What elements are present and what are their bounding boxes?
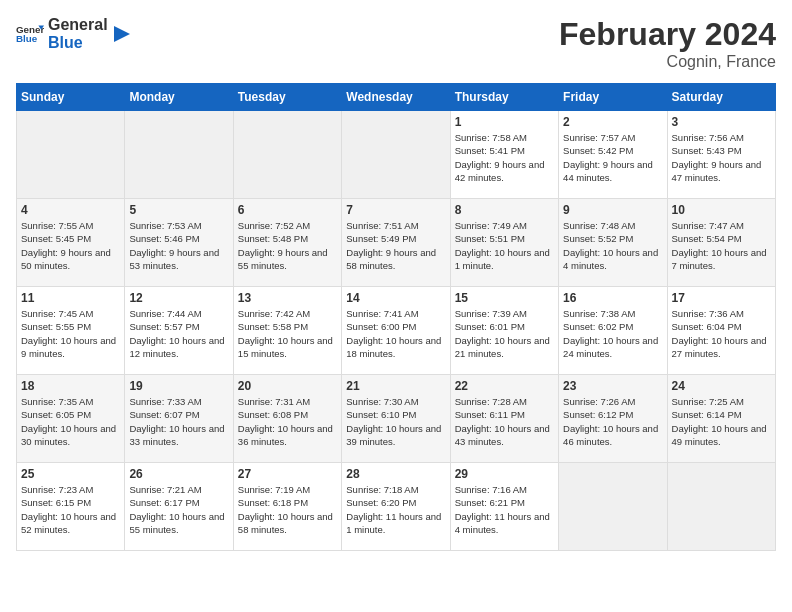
table-row: 14Sunrise: 7:41 AMSunset: 6:00 PMDayligh… bbox=[342, 287, 450, 375]
calendar-table: Sunday Monday Tuesday Wednesday Thursday… bbox=[16, 83, 776, 551]
table-row: 17Sunrise: 7:36 AMSunset: 6:04 PMDayligh… bbox=[667, 287, 775, 375]
day-info: Sunrise: 7:16 AMSunset: 6:21 PMDaylight:… bbox=[455, 483, 554, 536]
day-info: Sunrise: 7:41 AMSunset: 6:00 PMDaylight:… bbox=[346, 307, 445, 360]
day-info: Sunrise: 7:28 AMSunset: 6:11 PMDaylight:… bbox=[455, 395, 554, 448]
table-row: 10Sunrise: 7:47 AMSunset: 5:54 PMDayligh… bbox=[667, 199, 775, 287]
day-number: 18 bbox=[21, 379, 120, 393]
day-info: Sunrise: 7:56 AMSunset: 5:43 PMDaylight:… bbox=[672, 131, 771, 184]
table-row: 8Sunrise: 7:49 AMSunset: 5:51 PMDaylight… bbox=[450, 199, 558, 287]
table-row: 23Sunrise: 7:26 AMSunset: 6:12 PMDayligh… bbox=[559, 375, 667, 463]
day-number: 29 bbox=[455, 467, 554, 481]
table-row: 2Sunrise: 7:57 AMSunset: 5:42 PMDaylight… bbox=[559, 111, 667, 199]
col-monday: Monday bbox=[125, 84, 233, 111]
day-info: Sunrise: 7:57 AMSunset: 5:42 PMDaylight:… bbox=[563, 131, 662, 184]
day-number: 1 bbox=[455, 115, 554, 129]
day-number: 6 bbox=[238, 203, 337, 217]
day-number: 11 bbox=[21, 291, 120, 305]
day-info: Sunrise: 7:51 AMSunset: 5:49 PMDaylight:… bbox=[346, 219, 445, 272]
table-row: 4Sunrise: 7:55 AMSunset: 5:45 PMDaylight… bbox=[17, 199, 125, 287]
day-number: 26 bbox=[129, 467, 228, 481]
table-row: 24Sunrise: 7:25 AMSunset: 6:14 PMDayligh… bbox=[667, 375, 775, 463]
day-info: Sunrise: 7:47 AMSunset: 5:54 PMDaylight:… bbox=[672, 219, 771, 272]
calendar-week-row: 1Sunrise: 7:58 AMSunset: 5:41 PMDaylight… bbox=[17, 111, 776, 199]
table-row: 20Sunrise: 7:31 AMSunset: 6:08 PMDayligh… bbox=[233, 375, 341, 463]
day-number: 4 bbox=[21, 203, 120, 217]
day-info: Sunrise: 7:26 AMSunset: 6:12 PMDaylight:… bbox=[563, 395, 662, 448]
day-number: 15 bbox=[455, 291, 554, 305]
day-info: Sunrise: 7:35 AMSunset: 6:05 PMDaylight:… bbox=[21, 395, 120, 448]
day-number: 12 bbox=[129, 291, 228, 305]
page-header: General Blue General Blue February 2024 … bbox=[16, 16, 776, 71]
calendar-week-row: 18Sunrise: 7:35 AMSunset: 6:05 PMDayligh… bbox=[17, 375, 776, 463]
day-info: Sunrise: 7:31 AMSunset: 6:08 PMDaylight:… bbox=[238, 395, 337, 448]
table-row bbox=[559, 463, 667, 551]
table-row: 19Sunrise: 7:33 AMSunset: 6:07 PMDayligh… bbox=[125, 375, 233, 463]
table-row: 12Sunrise: 7:44 AMSunset: 5:57 PMDayligh… bbox=[125, 287, 233, 375]
calendar-title: February 2024 bbox=[559, 16, 776, 53]
day-number: 23 bbox=[563, 379, 662, 393]
table-row: 15Sunrise: 7:39 AMSunset: 6:01 PMDayligh… bbox=[450, 287, 558, 375]
day-number: 2 bbox=[563, 115, 662, 129]
table-row: 27Sunrise: 7:19 AMSunset: 6:18 PMDayligh… bbox=[233, 463, 341, 551]
table-row bbox=[342, 111, 450, 199]
day-number: 21 bbox=[346, 379, 445, 393]
logo-general: General bbox=[48, 16, 108, 34]
day-number: 9 bbox=[563, 203, 662, 217]
day-info: Sunrise: 7:42 AMSunset: 5:58 PMDaylight:… bbox=[238, 307, 337, 360]
col-sunday: Sunday bbox=[17, 84, 125, 111]
title-block: February 2024 Cognin, France bbox=[559, 16, 776, 71]
day-number: 22 bbox=[455, 379, 554, 393]
day-info: Sunrise: 7:18 AMSunset: 6:20 PMDaylight:… bbox=[346, 483, 445, 536]
table-row: 13Sunrise: 7:42 AMSunset: 5:58 PMDayligh… bbox=[233, 287, 341, 375]
day-info: Sunrise: 7:36 AMSunset: 6:04 PMDaylight:… bbox=[672, 307, 771, 360]
day-number: 28 bbox=[346, 467, 445, 481]
table-row: 26Sunrise: 7:21 AMSunset: 6:17 PMDayligh… bbox=[125, 463, 233, 551]
table-row: 25Sunrise: 7:23 AMSunset: 6:15 PMDayligh… bbox=[17, 463, 125, 551]
day-info: Sunrise: 7:21 AMSunset: 6:17 PMDaylight:… bbox=[129, 483, 228, 536]
logo: General Blue General Blue bbox=[16, 16, 132, 51]
col-tuesday: Tuesday bbox=[233, 84, 341, 111]
day-info: Sunrise: 7:55 AMSunset: 5:45 PMDaylight:… bbox=[21, 219, 120, 272]
table-row: 7Sunrise: 7:51 AMSunset: 5:49 PMDaylight… bbox=[342, 199, 450, 287]
table-row: 1Sunrise: 7:58 AMSunset: 5:41 PMDaylight… bbox=[450, 111, 558, 199]
col-thursday: Thursday bbox=[450, 84, 558, 111]
table-row: 21Sunrise: 7:30 AMSunset: 6:10 PMDayligh… bbox=[342, 375, 450, 463]
table-row: 3Sunrise: 7:56 AMSunset: 5:43 PMDaylight… bbox=[667, 111, 775, 199]
calendar-header-row: Sunday Monday Tuesday Wednesday Thursday… bbox=[17, 84, 776, 111]
table-row: 16Sunrise: 7:38 AMSunset: 6:02 PMDayligh… bbox=[559, 287, 667, 375]
table-row bbox=[233, 111, 341, 199]
col-wednesday: Wednesday bbox=[342, 84, 450, 111]
day-number: 16 bbox=[563, 291, 662, 305]
logo-blue: Blue bbox=[48, 34, 108, 52]
table-row bbox=[17, 111, 125, 199]
day-number: 7 bbox=[346, 203, 445, 217]
day-number: 3 bbox=[672, 115, 771, 129]
day-info: Sunrise: 7:48 AMSunset: 5:52 PMDaylight:… bbox=[563, 219, 662, 272]
day-number: 5 bbox=[129, 203, 228, 217]
day-number: 13 bbox=[238, 291, 337, 305]
table-row: 5Sunrise: 7:53 AMSunset: 5:46 PMDaylight… bbox=[125, 199, 233, 287]
day-info: Sunrise: 7:53 AMSunset: 5:46 PMDaylight:… bbox=[129, 219, 228, 272]
table-row: 6Sunrise: 7:52 AMSunset: 5:48 PMDaylight… bbox=[233, 199, 341, 287]
table-row: 22Sunrise: 7:28 AMSunset: 6:11 PMDayligh… bbox=[450, 375, 558, 463]
day-number: 24 bbox=[672, 379, 771, 393]
calendar-week-row: 25Sunrise: 7:23 AMSunset: 6:15 PMDayligh… bbox=[17, 463, 776, 551]
table-row bbox=[667, 463, 775, 551]
day-number: 17 bbox=[672, 291, 771, 305]
calendar-week-row: 4Sunrise: 7:55 AMSunset: 5:45 PMDaylight… bbox=[17, 199, 776, 287]
day-info: Sunrise: 7:58 AMSunset: 5:41 PMDaylight:… bbox=[455, 131, 554, 184]
table-row bbox=[125, 111, 233, 199]
table-row: 18Sunrise: 7:35 AMSunset: 6:05 PMDayligh… bbox=[17, 375, 125, 463]
day-number: 20 bbox=[238, 379, 337, 393]
day-info: Sunrise: 7:38 AMSunset: 6:02 PMDaylight:… bbox=[563, 307, 662, 360]
svg-marker-3 bbox=[114, 26, 130, 42]
day-info: Sunrise: 7:49 AMSunset: 5:51 PMDaylight:… bbox=[455, 219, 554, 272]
day-info: Sunrise: 7:25 AMSunset: 6:14 PMDaylight:… bbox=[672, 395, 771, 448]
logo-arrow-icon bbox=[112, 24, 132, 44]
col-saturday: Saturday bbox=[667, 84, 775, 111]
svg-text:Blue: Blue bbox=[16, 33, 38, 44]
day-number: 25 bbox=[21, 467, 120, 481]
day-number: 10 bbox=[672, 203, 771, 217]
day-number: 27 bbox=[238, 467, 337, 481]
calendar-week-row: 11Sunrise: 7:45 AMSunset: 5:55 PMDayligh… bbox=[17, 287, 776, 375]
